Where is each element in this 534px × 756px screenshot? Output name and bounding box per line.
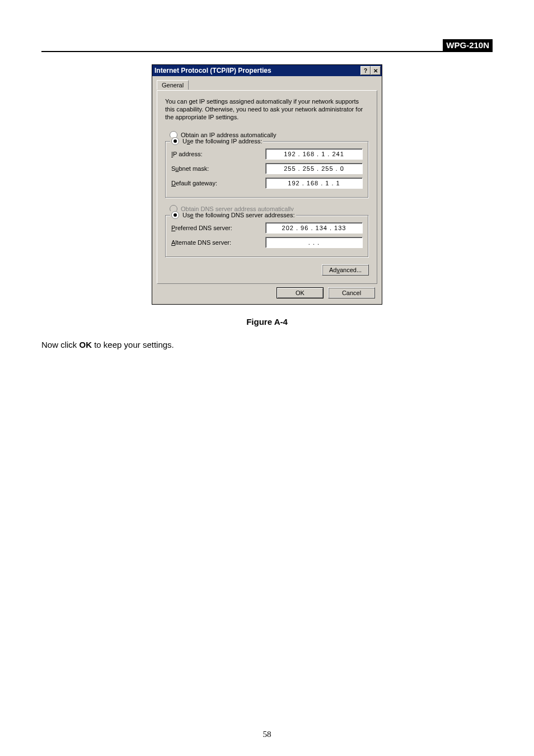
label-preferred-dns: Preferred DNS server: xyxy=(171,225,232,231)
tab-strip: General xyxy=(157,80,377,91)
input-default-gateway[interactable]: 192 . 168 . 1 . 1 xyxy=(265,178,363,189)
label-subnet-mask: Subnet mask: xyxy=(171,165,209,172)
figure-caption: Figure A-4 xyxy=(41,317,493,326)
group-ip-manual: Use the following IP address: IP address… xyxy=(165,141,369,198)
label-alternate-dns: Alternate DNS server: xyxy=(171,239,231,246)
radio-use-dns[interactable]: Use the following DNS server addresses: xyxy=(170,211,296,219)
page-number: 58 xyxy=(0,730,534,739)
radio-label: Use the following DNS server addresses: xyxy=(182,212,295,218)
radio-icon xyxy=(171,211,179,219)
instruction-text: Now click OK to keep your settings. xyxy=(41,340,493,349)
ok-button[interactable]: OK xyxy=(277,287,324,298)
device-model-badge: WPG-210N xyxy=(443,39,493,51)
advanced-button[interactable]: Advanced... xyxy=(322,264,369,276)
radio-use-ip[interactable]: Use the following IP address: xyxy=(170,137,263,145)
input-ip-address[interactable]: 192 . 168 . 1 . 241 xyxy=(265,148,363,160)
label-ip-address: IP address: xyxy=(171,151,202,157)
header-rule xyxy=(41,51,493,52)
dialog-title: Internet Protocol (TCP/IP) Properties xyxy=(154,67,271,74)
input-subnet-mask[interactable]: 255 . 255 . 255 . 0 xyxy=(265,163,363,174)
input-preferred-dns[interactable]: 202 . 96 . 134 . 133 xyxy=(265,222,363,234)
description-text: You can get IP settings assigned automat… xyxy=(165,97,369,121)
dialog-titlebar: Internet Protocol (TCP/IP) Properties ? … xyxy=(152,65,382,76)
radio-label: Use the following IP address: xyxy=(182,138,262,144)
input-alternate-dns[interactable]: . . . xyxy=(265,237,363,248)
tcpip-properties-dialog: Internet Protocol (TCP/IP) Properties ? … xyxy=(152,64,382,305)
label-default-gateway: Default gateway: xyxy=(171,180,217,186)
tab-panel-general: You can get IP settings assigned automat… xyxy=(157,90,377,284)
group-dns-manual: Use the following DNS server addresses: … xyxy=(165,215,369,258)
cancel-button[interactable]: Cancel xyxy=(328,287,375,298)
close-icon[interactable]: ✕ xyxy=(371,66,381,75)
radio-icon xyxy=(171,137,179,145)
help-icon[interactable]: ? xyxy=(360,66,371,75)
tab-general[interactable]: General xyxy=(157,80,189,90)
